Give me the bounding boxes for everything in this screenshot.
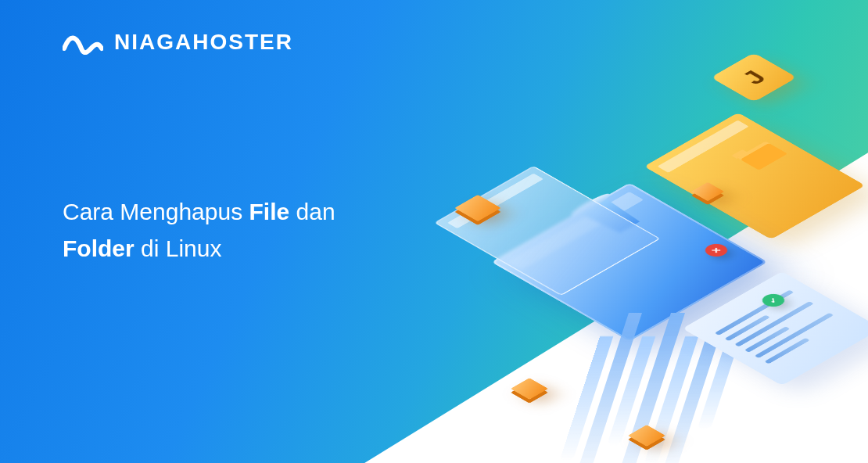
title-seg-3: di Linux: [135, 235, 222, 261]
document-line: [724, 315, 770, 342]
document-line: [744, 326, 791, 353]
shredded-strips: [547, 313, 748, 463]
cube-icon: [511, 378, 548, 400]
cube-icon: [628, 425, 665, 447]
page-title: Cara Menghapus File dan Folder di Linux: [63, 194, 391, 267]
title-seg-1: Cara Menghapus: [63, 199, 249, 224]
brand-logo-mark: [63, 30, 103, 55]
title-bold-file: File: [249, 199, 289, 224]
document-card: [683, 271, 868, 386]
document-line: [755, 313, 834, 358]
title-seg-2: dan: [289, 199, 335, 224]
brand-logo: NIAGAHOSTER: [63, 30, 293, 55]
document-line: [764, 338, 810, 364]
document-line: [734, 301, 814, 346]
brand-logo-text: NIAGAHOSTER: [114, 30, 293, 55]
document-line: [715, 290, 794, 336]
status-ok-icon: [758, 292, 789, 310]
title-bold-folder: Folder: [63, 235, 135, 261]
